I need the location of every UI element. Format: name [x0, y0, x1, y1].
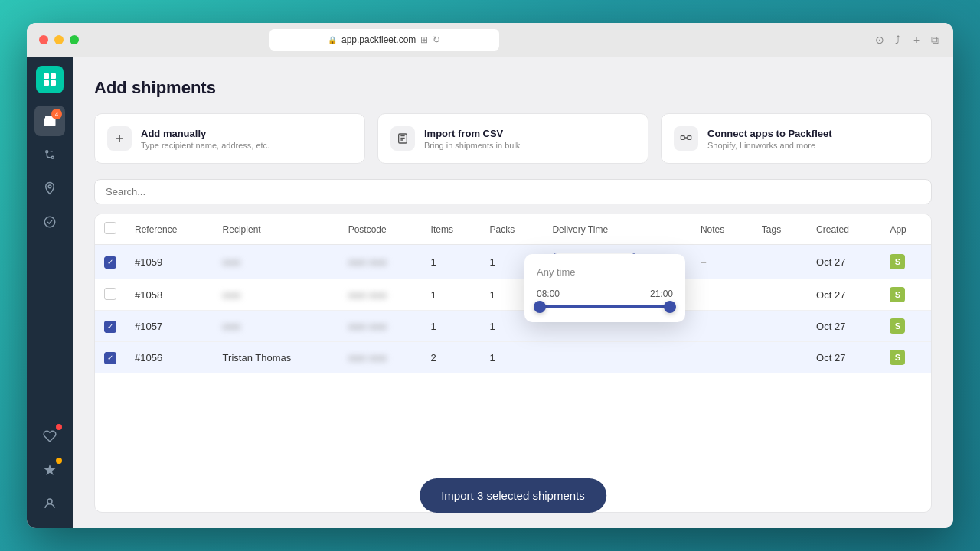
notes-1057 [691, 311, 753, 342]
app-1057: S [880, 311, 931, 342]
traffic-light-green[interactable] [70, 35, 79, 44]
time-end-label: 21:00 [650, 289, 673, 299]
items-1056: 2 [422, 342, 481, 373]
col-tags: Tags [753, 214, 807, 245]
recipient-1059: ●●● [214, 245, 339, 279]
sparkle-dot [56, 458, 62, 464]
add-manually-icon [107, 126, 132, 151]
ref-1059: #1059 [126, 245, 214, 279]
created-1057: Oct 27 [807, 311, 880, 342]
add-manually-desc: Type recipient name, address, etc. [141, 141, 270, 150]
row-1057-checkbox[interactable] [104, 321, 116, 333]
connect-apps-text: Connect apps to Packfleet Shopify, Linnw… [707, 128, 832, 150]
sidebar-item-locations[interactable] [34, 173, 65, 204]
svg-rect-1 [51, 73, 56, 79]
tags-1058 [753, 279, 807, 311]
col-recipient: Recipient [214, 214, 339, 245]
slider-fill [537, 305, 673, 308]
items-1058: 1 [422, 279, 481, 311]
tags-1059 [753, 245, 807, 279]
svg-point-7 [48, 185, 51, 188]
share-icon[interactable]: ⤴ [892, 34, 904, 46]
refresh-icon[interactable]: ↻ [433, 34, 440, 45]
svg-rect-3 [51, 80, 56, 86]
svg-point-8 [44, 217, 55, 227]
notes-1059: – [691, 245, 753, 279]
connect-apps-icon [674, 126, 698, 151]
row-1059-checkbox[interactable] [104, 256, 116, 269]
popup-any-time-label: Any time [537, 266, 673, 278]
time-start-label: 08:00 [537, 289, 560, 299]
search-input[interactable] [94, 179, 932, 204]
recipient-1056: Tristan Thomas [214, 342, 339, 373]
table-row: #1058 ●●● ●●● ●●● 1 1 Oct 27 S [95, 279, 931, 311]
add-manually-card[interactable]: Add manually Type recipient name, addres… [94, 113, 365, 164]
select-all-checkbox[interactable] [104, 222, 116, 234]
page-title: Add shipments [94, 78, 932, 98]
connect-apps-card[interactable]: Connect apps to Packfleet Shopify, Linnw… [661, 113, 932, 164]
col-notes: Notes [691, 214, 753, 245]
sidebar-item-shipments[interactable]: 4 [34, 106, 65, 136]
sidebar-item-sparkle[interactable] [34, 455, 65, 485]
sidebar-item-health[interactable] [34, 421, 65, 452]
created-1059: Oct 27 [807, 245, 880, 279]
items-1057: 1 [422, 311, 481, 342]
cast-icon: ⊞ [420, 34, 428, 45]
svg-point-9 [47, 499, 52, 504]
col-reference: Reference [126, 214, 214, 245]
browser-controls: ⊙ ⤴ + ⧉ [874, 34, 941, 46]
add-manually-text: Add manually Type recipient name, addres… [141, 128, 270, 150]
new-tab-icon[interactable]: + [910, 34, 923, 46]
import-csv-icon [390, 126, 415, 151]
browser-window: 🔒 app.packfleet.com ⊞ ↻ ⊙ ⤴ + ⧉ [27, 23, 953, 528]
import-csv-text: Import from CSV Bring in shipments in bu… [424, 128, 520, 150]
ref-1058: #1058 [126, 279, 214, 311]
app-layout: 4 [27, 57, 953, 528]
connect-apps-desc: Shopify, Linnworks and more [707, 141, 832, 150]
tabs-icon[interactable]: ⧉ [929, 34, 941, 46]
sidebar-item-profile[interactable] [34, 488, 65, 519]
table-row: #1056 Tristan Thomas ●●● ●●● 2 1 Oct 27 … [95, 342, 931, 373]
shopify-icon-1056: S [890, 350, 905, 365]
postcode-1057: ●●● ●●● [339, 311, 422, 342]
table-row: #1057 ●●● ●●● ●●● 1 1 Oct 27 S [95, 311, 931, 342]
slider-thumb-right[interactable] [664, 301, 676, 313]
address-bar[interactable]: 🔒 app.packfleet.com ⊞ ↻ [270, 29, 499, 51]
app-logo[interactable] [36, 66, 64, 93]
recipient-1057: ●●● [214, 311, 339, 342]
import-csv-title: Import from CSV [424, 128, 520, 139]
svg-rect-0 [44, 73, 49, 79]
traffic-light-yellow[interactable] [54, 35, 64, 44]
import-selected-button[interactable]: Import 3 selected shipments [420, 478, 606, 513]
traffic-light-red[interactable] [39, 35, 48, 44]
svg-point-5 [46, 151, 48, 153]
delivery-slider-track[interactable] [537, 305, 673, 308]
sidebar-item-routes[interactable] [34, 139, 65, 170]
app-1059: S [880, 245, 931, 279]
col-packs: Packs [481, 214, 544, 245]
slider-thumb-left[interactable] [534, 301, 546, 313]
import-csv-card[interactable]: Import from CSV Bring in shipments in bu… [377, 113, 648, 164]
created-1056: Oct 27 [807, 342, 880, 373]
delivery-1056 [543, 342, 691, 373]
time-range-labels: 08:00 21:00 [537, 289, 673, 299]
add-manually-title: Add manually [141, 128, 270, 139]
app-1056: S [880, 342, 931, 373]
col-delivery-time: Delivery Time [543, 214, 691, 245]
sidebar-item-completed[interactable] [34, 207, 65, 237]
postcode-1056: ●●● ●●● [339, 342, 422, 373]
postcode-1059: ●●● ●●● [339, 245, 422, 279]
recipient-1058: ●●● [214, 279, 339, 311]
shopify-icon: S [890, 254, 905, 269]
delivery-time-popup: Any time 08:00 21:00 [524, 254, 685, 322]
row-1058-checkbox[interactable] [104, 288, 116, 300]
svg-point-6 [51, 156, 54, 158]
svg-rect-4 [47, 120, 52, 122]
row-1056-checkbox[interactable] [104, 352, 116, 364]
ref-1057: #1057 [126, 311, 214, 342]
notes-1056 [691, 342, 753, 373]
col-postcode: Postcode [339, 214, 422, 245]
health-dot [56, 424, 62, 430]
history-icon[interactable]: ⊙ [874, 34, 886, 46]
created-1058: Oct 27 [807, 279, 880, 311]
